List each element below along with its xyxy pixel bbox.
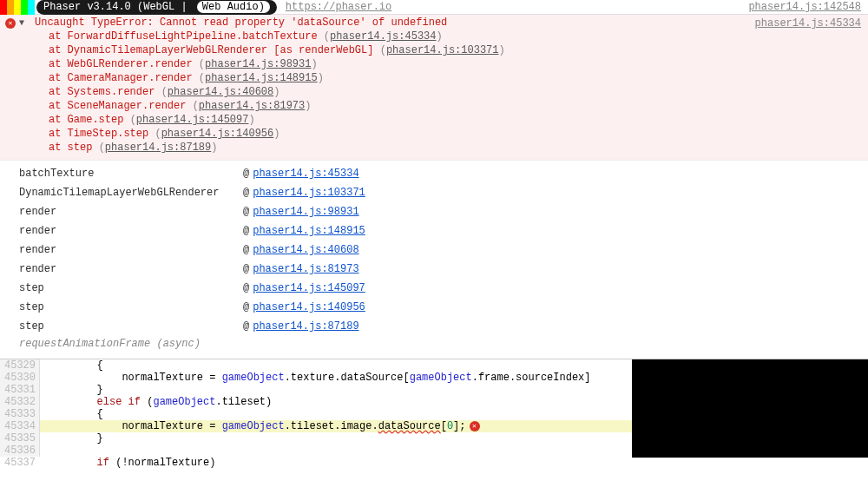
stack-frame: at ForwardDiffuseLightPipeline.batchText…: [49, 30, 863, 43]
async-boundary-label: requestAnimationFrame (async): [19, 336, 863, 355]
stack-link[interactable]: phaser14.js:45334: [330, 30, 436, 43]
trace-row: batchTexture@phaser14.js:45334: [19, 164, 863, 183]
color-bar: [28, 0, 35, 15]
trace-link[interactable]: phaser14.js:103371: [253, 183, 365, 202]
header-source-link[interactable]: phaser14.js:142548: [748, 1, 861, 13]
expand-triangle-icon[interactable]: ▼: [19, 18, 24, 28]
line-number[interactable]: 45332: [0, 396, 36, 408]
code-line: if (!normalTexture): [40, 457, 868, 469]
stack-link[interactable]: phaser14.js:103371: [386, 44, 499, 56]
inline-error-icon[interactable]: [470, 421, 480, 432]
stack-link[interactable]: phaser14.js:140956: [161, 128, 274, 140]
trace-row: render@phaser14.js:148915: [19, 221, 863, 240]
stack-frame: at CameraManager.render (phaser14.js:148…: [49, 71, 863, 85]
line-number[interactable]: 45333: [0, 408, 36, 420]
color-bar: [21, 0, 28, 15]
trace-link[interactable]: phaser14.js:145097: [253, 279, 365, 298]
minimap-panel[interactable]: [632, 359, 868, 458]
trace-link[interactable]: phaser14.js:98931: [253, 202, 358, 221]
error-message: Uncaught TypeError: Cannot read property…: [35, 16, 447, 29]
trace-row: render@phaser14.js:98931: [19, 202, 863, 221]
line-number[interactable]: 45331: [0, 384, 36, 396]
line-gutter: 45329 45330 45331 45332 45333 45334 4533…: [0, 359, 40, 457]
console-header: Phaser v3.14.0 (WebGL | Web Audio) https…: [0, 0, 868, 15]
phaser-label-text: Phaser v3.14.0 (WebGL |: [43, 1, 194, 13]
resolved-trace-table: batchTexture@phaser14.js:45334 DynamicTi…: [0, 161, 868, 359]
line-number[interactable]: 45335: [0, 432, 36, 445]
source-pane: 45329 45330 45331 45332 45333 45334 4533…: [0, 359, 868, 457]
line-number[interactable]: 45329: [0, 359, 36, 372]
stack-link[interactable]: phaser14.js:98931: [205, 58, 311, 70]
trace-link[interactable]: phaser14.js:140956: [253, 298, 365, 317]
code-area[interactable]: { normalTexture = gameObject.texture.dat…: [40, 359, 868, 457]
stack-frame: at DynamicTilemapLayerWebGLRenderer [as …: [49, 43, 863, 57]
stack-link[interactable]: phaser14.js:148915: [205, 72, 318, 84]
stack-link[interactable]: phaser14.js:145097: [136, 114, 249, 126]
phaser-url-link[interactable]: https://phaser.io: [286, 1, 391, 13]
stack-frame: at WebGLRenderer.render (phaser14.js:989…: [49, 57, 863, 71]
stack-link[interactable]: phaser14.js:87189: [105, 142, 211, 154]
line-number[interactable]: 45337: [0, 457, 36, 469]
trace-row: render@phaser14.js:40608: [19, 240, 863, 260]
error-source-link[interactable]: phaser14.js:45334: [755, 17, 861, 30]
trace-row: DynamicTilemapLayerWebGLRenderer@phaser1…: [19, 183, 863, 202]
stack-frame: at SceneManager.render (phaser14.js:8197…: [49, 99, 863, 113]
color-bar: [7, 0, 14, 15]
trace-row: step@phaser14.js:87189: [19, 317, 863, 336]
line-number[interactable]: 45336: [0, 445, 36, 457]
trace-link[interactable]: phaser14.js:81973: [253, 260, 358, 279]
trace-row: render@phaser14.js:81973: [19, 260, 863, 279]
trace-link[interactable]: phaser14.js:87189: [253, 317, 358, 336]
stack-link[interactable]: phaser14.js:40608: [168, 86, 273, 98]
error-block: ▼ Uncaught TypeError: Cannot read proper…: [0, 15, 868, 161]
stack-frame: at TimeStep.step (phaser14.js:140956): [49, 127, 863, 141]
phaser-audio-badge: Web Audio): [197, 1, 270, 13]
color-bar: [0, 0, 7, 15]
phaser-color-bars: [0, 0, 35, 15]
trace-link[interactable]: phaser14.js:148915: [253, 221, 365, 240]
error-icon: [5, 18, 16, 29]
stack-frame: at Systems.render (phaser14.js:40608): [49, 85, 863, 99]
phaser-version-label: Phaser v3.14.0 (WebGL | Web Audio): [36, 0, 277, 15]
stack-link[interactable]: phaser14.js:81973: [199, 100, 305, 112]
trace-row: step@phaser14.js:140956: [19, 298, 863, 317]
stack-frame: at Game.step (phaser14.js:145097): [49, 113, 863, 127]
trace-link[interactable]: phaser14.js:40608: [253, 240, 358, 260]
stack-frame: at step (phaser14.js:87189): [49, 141, 863, 155]
trace-link[interactable]: phaser14.js:45334: [253, 164, 358, 183]
trace-row: step@phaser14.js:145097: [19, 279, 863, 298]
line-number[interactable]: 45330: [0, 372, 36, 384]
line-number[interactable]: 45334: [0, 420, 36, 432]
stack-trace: at ForwardDiffuseLightPipeline.batchText…: [49, 30, 863, 155]
color-bar: [14, 0, 21, 15]
